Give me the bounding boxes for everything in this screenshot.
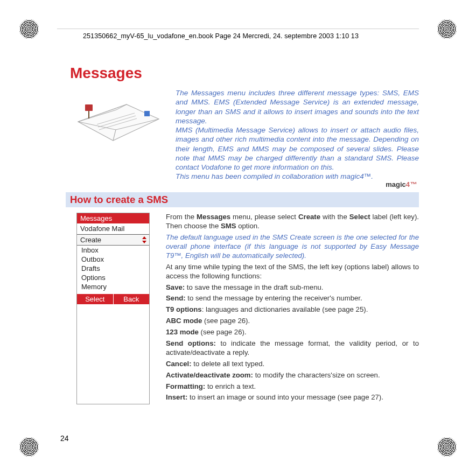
opt-send: Send: to send the message by entering th… bbox=[166, 294, 419, 303]
opt-abc: ABC mode (see page 26). bbox=[166, 317, 419, 326]
phone-item-create[interactable]: Create bbox=[77, 234, 149, 246]
phone-item-inbox[interactable]: Inbox bbox=[77, 246, 149, 255]
intro-p2: MMS (Multimedia Message Service) allows … bbox=[176, 125, 419, 172]
phone-item-outbox[interactable]: Outbox bbox=[77, 255, 149, 264]
page-frame: 251350662_myV-65_lu_vodafone_en.book Pag… bbox=[57, 29, 419, 476]
body-row: Messages Vodafone Mail Create Inbox Outb… bbox=[57, 213, 419, 404]
phone-mock: Messages Vodafone Mail Create Inbox Outb… bbox=[76, 213, 150, 404]
page-title: Messages bbox=[70, 65, 419, 82]
phone-title: Messages bbox=[77, 213, 149, 223]
phone-item-vodafone-mail[interactable]: Vodafone Mail bbox=[77, 223, 149, 234]
opt-cancel: Cancel: to delete all text typed. bbox=[166, 360, 419, 369]
registration-mark-icon bbox=[19, 437, 39, 457]
phone-softkeys: Select Back bbox=[77, 294, 149, 304]
intro-text: The Messages menu includes three differe… bbox=[176, 88, 419, 189]
svg-rect-2 bbox=[85, 104, 93, 111]
header-meta: 251350662_myV-65_lu_vodafone_en.book Pag… bbox=[57, 29, 419, 50]
phone-item-options[interactable]: Options bbox=[77, 273, 149, 282]
registration-mark-icon bbox=[437, 19, 457, 39]
opt-formatting: Formatting: to enrich a text. bbox=[166, 382, 419, 391]
softkey-back[interactable]: Back bbox=[114, 294, 150, 304]
opt-zoom: Activate/deactivate zoom: to modify the … bbox=[166, 371, 419, 380]
phone-item-memory[interactable]: Memory bbox=[77, 282, 149, 294]
intro-p1: The Messages menu includes three differe… bbox=[176, 88, 419, 125]
opt-t9: T9 options: languages and dictionaries a… bbox=[166, 305, 419, 314]
intro-row: The Messages menu includes three differe… bbox=[57, 88, 419, 189]
opt-send-options: Send options: to indicate the message fo… bbox=[166, 339, 419, 358]
registration-mark-icon bbox=[19, 19, 39, 39]
magic4-brand: magic4™ bbox=[176, 180, 419, 190]
registration-mark-icon bbox=[437, 437, 457, 457]
phone-item-drafts[interactable]: Drafts bbox=[77, 264, 149, 273]
opt-123: 123 mode (see page 26). bbox=[166, 328, 419, 337]
opt-save: Save: to save the message in the draft s… bbox=[166, 283, 419, 292]
page-number: 24 bbox=[60, 434, 69, 443]
instr-lead: From the Messages menu, please select Cr… bbox=[166, 213, 419, 231]
instr-lang-note: The default language used in the SMS Cre… bbox=[166, 233, 419, 261]
softkey-select[interactable]: Select bbox=[77, 294, 114, 304]
svg-rect-4 bbox=[144, 111, 150, 116]
envelope-icon bbox=[70, 96, 167, 155]
section-heading: How to create a SMS bbox=[66, 192, 419, 207]
opt-insert: Insert: to insert an image or sound into… bbox=[166, 393, 419, 402]
instructions: From the Messages menu, please select Cr… bbox=[166, 213, 419, 404]
instr-anytime: At any time while typing the text of the… bbox=[166, 263, 419, 281]
